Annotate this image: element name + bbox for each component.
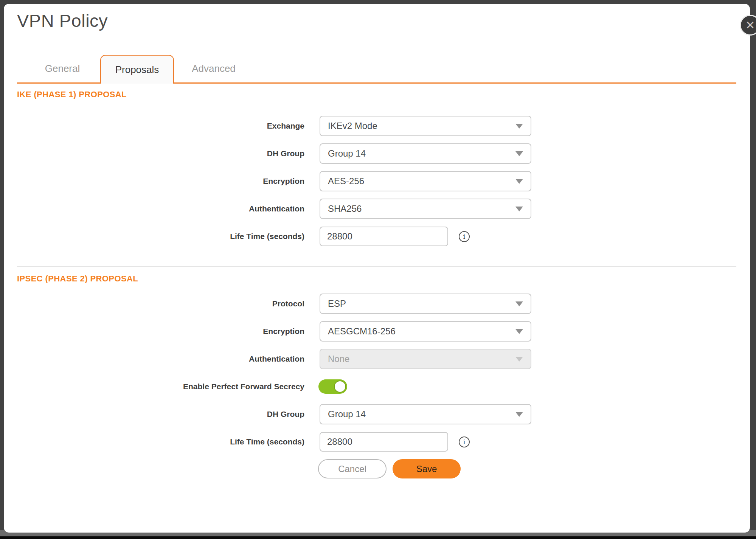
chevron-down-icon — [515, 412, 523, 417]
tab-bar: General Proposals Advanced — [4, 55, 750, 82]
form-row: Life Time (seconds) i — [4, 432, 750, 452]
ipsec-authentication-label: Authentication — [4, 354, 304, 363]
ike-dh-group-label: DH Group — [4, 149, 304, 158]
tab-general[interactable]: General — [25, 55, 100, 82]
tab-proposals[interactable]: Proposals — [100, 55, 174, 84]
tab-advanced[interactable]: Advanced — [174, 55, 253, 82]
chevron-down-icon — [515, 151, 523, 156]
form-row: Authentication None — [4, 349, 750, 369]
info-icon[interactable]: i — [459, 231, 470, 242]
ipsec-encryption-select[interactable]: AESGCM16-256 — [320, 321, 531, 342]
exchange-select[interactable]: IKEv2 Mode — [320, 116, 531, 136]
ike-dh-group-select[interactable]: Group 14 — [320, 143, 531, 164]
chevron-down-icon — [515, 301, 523, 306]
form-row: Life Time (seconds) i — [4, 226, 750, 247]
chevron-down-icon — [515, 124, 523, 129]
ike-authentication-select-value: SHA256 — [328, 203, 362, 214]
ipsec-form: Protocol ESP Encryption AESGCM16-256 Aut… — [4, 294, 750, 452]
ike-form: Exchange IKEv2 Mode DH Group Group 14 En… — [4, 116, 750, 247]
ipsec-section-heading: IPSEC (PHASE 2) PROPOSAL — [17, 273, 750, 284]
ipsec-authentication-select-value: None — [328, 354, 349, 364]
info-icon[interactable]: i — [459, 436, 470, 447]
ipsec-encryption-label: Encryption — [4, 327, 304, 336]
chevron-down-icon — [515, 357, 523, 362]
ike-encryption-select-value: AES-256 — [328, 176, 364, 186]
chevron-down-icon — [515, 207, 523, 211]
ipsec-lifetime-input[interactable] — [320, 432, 448, 452]
frame-band-black — [0, 536, 756, 539]
chevron-down-icon — [515, 179, 523, 184]
close-icon: ✕ — [745, 19, 755, 32]
section-divider — [17, 266, 736, 267]
ike-lifetime-label: Life Time (seconds) — [4, 232, 304, 241]
pfs-label: Enable Perfect Forward Secrecy — [4, 382, 304, 391]
page-title: VPN Policy — [17, 10, 750, 32]
form-row: Encryption AESGCM16-256 — [4, 321, 750, 342]
protocol-label: Protocol — [4, 299, 304, 308]
form-row: DH Group Group 14 — [4, 404, 750, 424]
form-row: Enable Perfect Forward Secrecy — [4, 376, 750, 397]
screen: VPN Policy General Proposals Advanced IK… — [0, 0, 756, 539]
toggle-knob — [334, 381, 346, 393]
ike-lifetime-input[interactable] — [320, 227, 448, 246]
ike-encryption-select[interactable]: AES-256 — [320, 171, 531, 191]
cancel-button[interactable]: Cancel — [318, 459, 387, 478]
ipsec-encryption-select-value: AESGCM16-256 — [328, 326, 396, 337]
ipsec-dh-group-select[interactable]: Group 14 — [320, 404, 531, 424]
ipsec-authentication-select: None — [320, 349, 531, 369]
form-row: Exchange IKEv2 Mode — [4, 116, 750, 136]
vpn-policy-dialog: VPN Policy General Proposals Advanced IK… — [4, 4, 750, 533]
form-row: Authentication SHA256 — [4, 199, 750, 219]
ike-section-heading: IKE (PHASE 1) PROPOSAL — [17, 89, 750, 100]
save-button[interactable]: Save — [393, 459, 461, 478]
protocol-select[interactable]: ESP — [320, 294, 531, 314]
ike-authentication-select[interactable]: SHA256 — [320, 199, 531, 219]
ipsec-dh-group-select-value: Group 14 — [328, 409, 366, 419]
pfs-toggle[interactable] — [318, 379, 347, 394]
protocol-select-value: ESP — [328, 298, 346, 309]
form-row: Encryption AES-256 — [4, 171, 750, 191]
form-row: Protocol ESP — [4, 294, 750, 314]
ipsec-lifetime-label: Life Time (seconds) — [4, 437, 304, 446]
chevron-down-icon — [515, 329, 523, 334]
exchange-select-value: IKEv2 Mode — [328, 121, 377, 131]
exchange-label: Exchange — [4, 121, 304, 130]
ike-dh-group-select-value: Group 14 — [328, 148, 366, 159]
ike-authentication-label: Authentication — [4, 204, 304, 213]
ike-encryption-label: Encryption — [4, 177, 304, 186]
form-row: DH Group Group 14 — [4, 143, 750, 164]
footer-actions: Cancel Save — [318, 459, 750, 478]
ipsec-dh-group-label: DH Group — [4, 410, 304, 419]
